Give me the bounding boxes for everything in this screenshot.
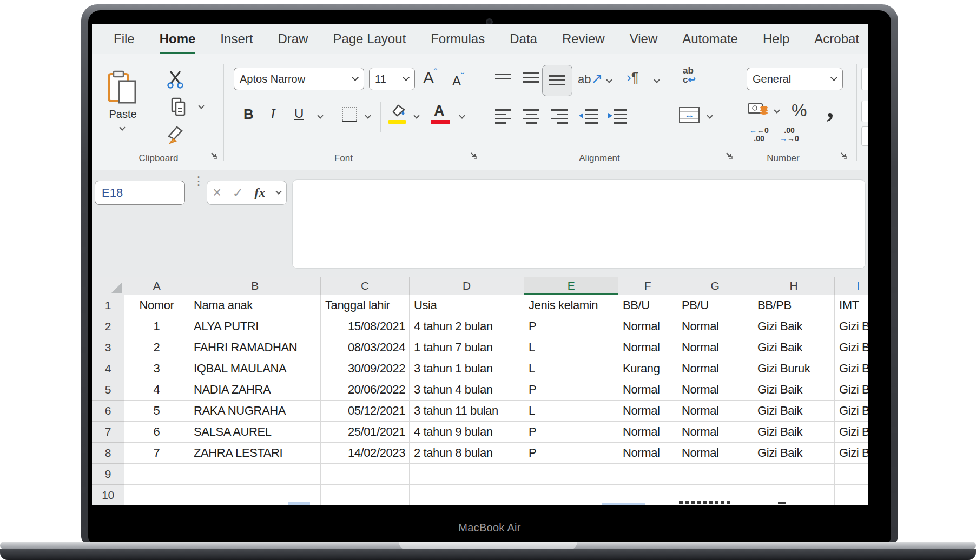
drag-handle-icon[interactable]: ⋮ <box>193 175 205 187</box>
paste-dropdown-chevron-icon[interactable] <box>120 125 124 130</box>
column-header-H[interactable]: H <box>753 277 835 295</box>
underline-button[interactable]: U <box>294 106 304 121</box>
cell-G6[interactable]: Normal <box>677 401 753 422</box>
cell-A6[interactable]: 5 <box>124 401 189 422</box>
cut-icon[interactable] <box>167 70 184 89</box>
cell-F1[interactable]: BB/U <box>618 295 677 316</box>
align-bottom-selected-box[interactable] <box>542 65 572 96</box>
cell-A2[interactable]: 1 <box>124 316 189 337</box>
bold-button[interactable]: B <box>243 106 254 123</box>
align-center-icon[interactable] <box>522 108 540 125</box>
column-header-G[interactable]: G <box>677 277 753 295</box>
cell-C4[interactable]: 30/09/2022 <box>321 358 410 379</box>
cell-G1[interactable]: PB/U <box>677 295 753 316</box>
cell-C9[interactable] <box>321 464 410 485</box>
tab-home[interactable]: Home <box>160 24 196 54</box>
cell-F3[interactable]: Normal <box>618 337 677 358</box>
column-header-E[interactable]: E <box>524 277 618 295</box>
cell-I9[interactable] <box>835 464 868 485</box>
number-format-select[interactable]: General <box>747 68 843 90</box>
cell-C2[interactable]: 15/08/2021 <box>321 316 410 337</box>
cell-H10[interactable] <box>753 485 835 505</box>
row-header-1[interactable]: 1 <box>92 295 124 316</box>
cell-B2[interactable]: ALYA PUTRI <box>189 316 321 337</box>
cell-H9[interactable] <box>753 464 835 485</box>
borders-button-icon[interactable] <box>342 107 357 122</box>
cell-E3[interactable]: L <box>524 337 618 358</box>
row-header-6[interactable]: 6 <box>92 401 124 422</box>
tab-formulas[interactable]: Formulas <box>431 24 485 54</box>
decrease-decimal-button[interactable]: .00 →→0 <box>776 126 803 143</box>
column-header-A[interactable]: A <box>124 277 189 295</box>
fill-color-swatch[interactable] <box>388 120 406 124</box>
cell-B8[interactable]: ZAHRA LESTARI <box>189 443 321 464</box>
cell-C3[interactable]: 08/03/2024 <box>321 337 410 358</box>
cell-G8[interactable]: Normal <box>677 443 753 464</box>
clipboard-dialog-launcher-icon[interactable] <box>210 151 219 160</box>
cell-F4[interactable]: Kurang <box>618 358 677 379</box>
font-color-swatch[interactable] <box>431 120 450 124</box>
cell-C1[interactable]: Tanggal lahir <box>321 295 410 316</box>
cell-B1[interactable]: Nama anak <box>189 295 321 316</box>
cell-I2[interactable]: Gizi Baik <box>835 316 868 337</box>
cell-I7[interactable]: Gizi Baik <box>835 422 868 443</box>
cell-H1[interactable]: BB/PB <box>753 295 835 316</box>
align-left-icon[interactable] <box>494 108 512 125</box>
cell-G7[interactable]: Normal <box>677 422 753 443</box>
cell-A1[interactable]: Nomor <box>124 295 189 316</box>
row-header-2[interactable]: 2 <box>92 316 124 337</box>
cell-B5[interactable]: NADIA ZAHRA <box>189 379 321 401</box>
column-header-I[interactable]: I <box>835 277 868 295</box>
cell-B3[interactable]: FAHRI RAMADHAN <box>189 337 321 358</box>
tab-acrobat[interactable]: Acrobat <box>814 24 859 54</box>
copy-icon[interactable] <box>171 97 187 117</box>
cell-D7[interactable]: 4 tahun 9 bulan <box>410 422 524 443</box>
italic-button[interactable]: I <box>271 106 275 122</box>
cell-A3[interactable]: 2 <box>124 337 189 358</box>
cell-D4[interactable]: 3 tahun 1 bulan <box>410 358 524 379</box>
cell-I10[interactable] <box>835 485 868 505</box>
cell-G5[interactable]: Normal <box>677 379 753 401</box>
increase-indent-icon[interactable] <box>608 108 628 125</box>
fx-chevron-icon[interactable] <box>276 189 281 194</box>
tab-page-layout[interactable]: Page Layout <box>333 24 406 54</box>
cell-E7[interactable]: P <box>524 422 618 443</box>
cell-C5[interactable]: 20/06/2022 <box>321 379 410 401</box>
cell-G2[interactable]: Normal <box>677 316 753 337</box>
cell-E6[interactable]: L <box>524 401 618 422</box>
decrease-indent-icon[interactable] <box>578 108 599 125</box>
merge-chevron-icon[interactable] <box>708 114 712 118</box>
cell-H4[interactable]: Gizi Buruk <box>753 358 835 379</box>
cell-A5[interactable]: 4 <box>124 379 189 401</box>
copy-dropdown-chevron-icon[interactable] <box>199 104 203 108</box>
cell-A8[interactable]: 7 <box>124 443 189 464</box>
cell-I5[interactable]: Gizi Baik <box>835 379 868 401</box>
tab-review[interactable]: Review <box>562 24 605 54</box>
cell-G4[interactable]: Normal <box>677 358 753 379</box>
cell-G3[interactable]: Normal <box>677 337 753 358</box>
name-box[interactable]: E18 <box>95 181 185 205</box>
cell-H8[interactable]: Gizi Baik <box>753 443 835 464</box>
column-header-F[interactable]: F <box>618 277 677 295</box>
cell-B4[interactable]: IQBAL MAULANA <box>189 358 321 379</box>
cell-F2[interactable]: Normal <box>618 316 677 337</box>
column-header-B[interactable]: B <box>189 277 321 295</box>
cell-A9[interactable] <box>124 464 189 485</box>
cell-H5[interactable]: Gizi Baik <box>753 379 835 401</box>
select-all-corner[interactable] <box>92 277 124 295</box>
increase-font-size-button[interactable]: Aˆ <box>423 67 437 87</box>
align-right-icon[interactable] <box>550 108 569 125</box>
cell-E9[interactable] <box>524 464 618 485</box>
cell-B9[interactable] <box>189 464 321 485</box>
cell-E5[interactable]: P <box>524 379 618 401</box>
cell-D6[interactable]: 3 tahun 11 bulan <box>410 401 524 422</box>
tab-automate[interactable]: Automate <box>682 24 738 54</box>
row-header-5[interactable]: 5 <box>92 379 124 401</box>
tab-view[interactable]: View <box>630 24 658 54</box>
cell-C8[interactable]: 14/02/2023 <box>321 443 410 464</box>
cancel-button[interactable]: × <box>213 185 221 200</box>
column-header-D[interactable]: D <box>410 277 524 295</box>
percent-style-button[interactable]: % <box>792 101 807 121</box>
number-dialog-launcher-icon[interactable] <box>840 151 848 160</box>
cell-H6[interactable]: Gizi Baik <box>753 401 835 422</box>
